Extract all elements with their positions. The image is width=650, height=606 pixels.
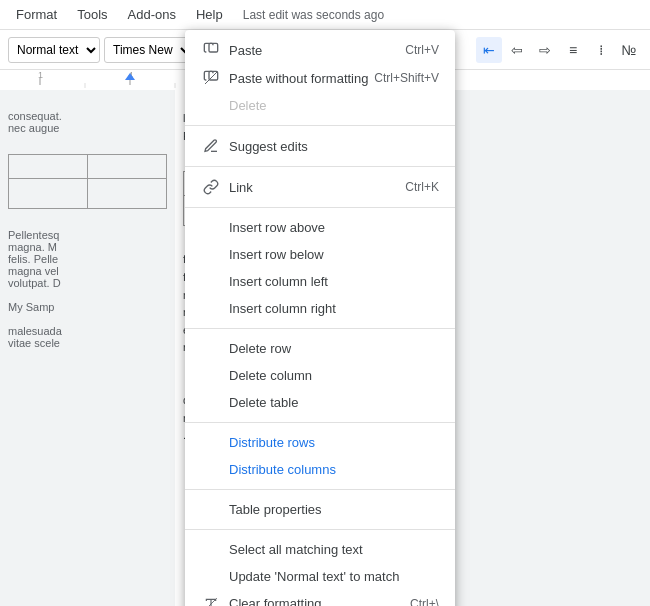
menu-item-insert-col-left[interactable]: Insert column left [185, 268, 455, 295]
table-properties-label: Table properties [229, 502, 322, 517]
style-select[interactable]: Normal text [8, 37, 100, 63]
menu-item-suggest[interactable]: Suggest edits [185, 132, 455, 160]
link-shortcut: Ctrl+K [405, 180, 439, 194]
insert-col-left-label: Insert column left [229, 274, 328, 289]
insert-row-above-label: Insert row above [229, 220, 325, 235]
link-label: Link [229, 180, 253, 195]
menu-tools[interactable]: Tools [69, 3, 115, 26]
align-icons: ⇤ ⇦ ⇨ ≡ ⁞ № [476, 37, 642, 63]
delete-row-label: Delete row [229, 341, 291, 356]
paste-icon [201, 42, 221, 58]
delete-table-label: Delete table [229, 395, 298, 410]
list-bullet-icon[interactable]: ⁞ [588, 37, 614, 63]
menu-item-insert-col-right[interactable]: Insert column right [185, 295, 455, 322]
paste-label: Paste [229, 43, 262, 58]
menu-item-clear-formatting[interactable]: Clear formatting Ctrl+\ [185, 590, 455, 606]
paste-plain-icon [201, 70, 221, 86]
svg-line-14 [205, 72, 217, 84]
menu-item-table-properties[interactable]: Table properties [185, 496, 455, 523]
menu-item-update-normal[interactable]: Update 'Normal text' to match [185, 563, 455, 590]
menu-item-distribute-rows[interactable]: Distribute rows [185, 429, 455, 456]
divider-3 [185, 207, 455, 208]
menu-item-insert-row-above[interactable]: Insert row above [185, 214, 455, 241]
suggest-label: Suggest edits [229, 139, 308, 154]
left-text-10: vitae scele [8, 337, 167, 349]
select-matching-label: Select all matching text [229, 542, 363, 557]
menu-item-delete-row[interactable]: Delete row [185, 335, 455, 362]
left-text-7: volutpat. D [8, 277, 167, 289]
insert-col-right-label: Insert column right [229, 301, 336, 316]
menu-bar: Format Tools Add-ons Help Last edit was … [0, 0, 650, 30]
left-text-5: felis. Pelle [8, 253, 167, 265]
left-text-3: Pellentesq [8, 229, 167, 241]
distribute-columns-label: Distribute columns [229, 462, 336, 477]
paste-plain-label: Paste without formatting [229, 71, 368, 86]
left-text-2: nec augue [8, 122, 167, 134]
delete-label: Delete [229, 98, 267, 113]
menu-addons[interactable]: Add-ons [120, 3, 184, 26]
divider-1 [185, 125, 455, 126]
align-justify-icon[interactable]: ≡ [560, 37, 586, 63]
divider-4 [185, 328, 455, 329]
clear-formatting-shortcut: Ctrl+\ [410, 597, 439, 607]
menu-item-paste[interactable]: Paste Ctrl+V [185, 36, 455, 64]
menu-item-paste-plain[interactable]: Paste without formatting Ctrl+Shift+V [185, 64, 455, 92]
left-text-6: magna vel [8, 265, 167, 277]
font-select[interactable]: Times New... [104, 37, 194, 63]
clear-formatting-icon [201, 597, 221, 607]
list-number-icon[interactable]: № [616, 37, 642, 63]
menu-item-delete-column[interactable]: Delete column [185, 362, 455, 389]
menu-item-delete: Delete [185, 92, 455, 119]
update-normal-label: Update 'Normal text' to match [229, 569, 399, 584]
menu-item-delete-table[interactable]: Delete table [185, 389, 455, 416]
align-center-icon[interactable]: ⇦ [504, 37, 530, 63]
clear-formatting-label: Clear formatting [229, 596, 321, 606]
menu-help[interactable]: Help [188, 3, 231, 26]
menu-item-distribute-columns[interactable]: Distribute columns [185, 456, 455, 483]
left-text-4: magna. M [8, 241, 167, 253]
distribute-rows-label: Distribute rows [229, 435, 315, 450]
doc-table-left [8, 154, 167, 209]
left-text-1: consequat. [8, 110, 167, 122]
insert-row-below-label: Insert row below [229, 247, 324, 262]
doc-left-margin: consequat. nec augue Pellentesq magna. M… [0, 90, 175, 606]
last-edit-status: Last edit was seconds ago [243, 8, 384, 22]
delete-column-label: Delete column [229, 368, 312, 383]
link-icon [201, 179, 221, 195]
context-menu: Paste Ctrl+V Paste without formatting Ct… [185, 30, 455, 606]
left-text-9: malesuada [8, 325, 167, 337]
menu-item-insert-row-below[interactable]: Insert row below [185, 241, 455, 268]
left-text-8: My Samp [8, 301, 167, 313]
align-left-icon[interactable]: ⇤ [476, 37, 502, 63]
menu-format[interactable]: Format [8, 3, 65, 26]
paste-shortcut: Ctrl+V [405, 43, 439, 57]
align-right-icon[interactable]: ⇨ [532, 37, 558, 63]
menu-item-link[interactable]: Link Ctrl+K [185, 173, 455, 201]
suggest-icon [201, 138, 221, 154]
divider-7 [185, 529, 455, 530]
divider-2 [185, 166, 455, 167]
menu-item-select-matching[interactable]: Select all matching text [185, 536, 455, 563]
divider-6 [185, 489, 455, 490]
paste-plain-shortcut: Ctrl+Shift+V [374, 71, 439, 85]
svg-marker-11 [125, 73, 135, 80]
svg-text:1: 1 [38, 70, 43, 80]
divider-5 [185, 422, 455, 423]
